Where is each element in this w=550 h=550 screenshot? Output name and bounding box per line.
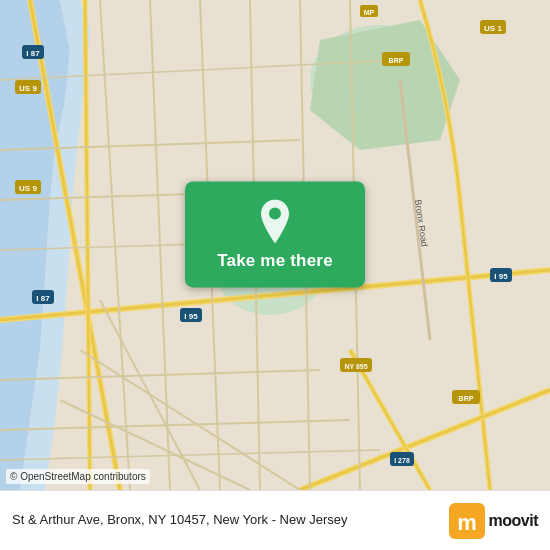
map-container: I 87 I 87 US 9 US 9 I 95 I 95 BRP BRP I … bbox=[0, 0, 550, 490]
svg-text:NY 895: NY 895 bbox=[344, 363, 367, 370]
svg-text:I 95: I 95 bbox=[184, 312, 198, 321]
svg-text:MP: MP bbox=[364, 9, 375, 16]
bottom-bar: St & Arthur Ave, Bronx, NY 10457, New Yo… bbox=[0, 490, 550, 550]
svg-point-58 bbox=[269, 207, 281, 219]
svg-text:BRP: BRP bbox=[389, 57, 404, 64]
take-me-there-button[interactable]: Take me there bbox=[185, 181, 365, 287]
location-pin-icon bbox=[257, 199, 293, 243]
moovit-brand-text: moovit bbox=[489, 512, 538, 530]
svg-text:I 278: I 278 bbox=[394, 457, 410, 464]
svg-text:BRP: BRP bbox=[459, 395, 474, 402]
svg-text:m: m bbox=[457, 510, 477, 535]
svg-text:US 9: US 9 bbox=[19, 184, 37, 193]
svg-text:I 87: I 87 bbox=[36, 294, 50, 303]
svg-text:I 95: I 95 bbox=[494, 272, 508, 281]
take-me-there-label: Take me there bbox=[217, 251, 333, 271]
moovit-logo: m moovit bbox=[449, 503, 538, 539]
moovit-logo-icon: m bbox=[449, 503, 485, 539]
address-text: St & Arthur Ave, Bronx, NY 10457, New Yo… bbox=[12, 511, 449, 529]
svg-text:I 87: I 87 bbox=[26, 49, 40, 58]
svg-text:US 1: US 1 bbox=[484, 24, 502, 33]
svg-text:US 9: US 9 bbox=[19, 84, 37, 93]
map-attribution: © OpenStreetMap contributors bbox=[6, 469, 150, 484]
